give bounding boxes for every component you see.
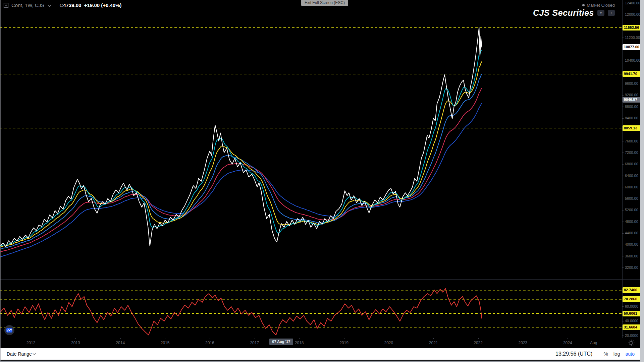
- toolbar-divider: [598, 351, 598, 357]
- time-tick-label: 2012: [26, 341, 36, 345]
- maximize-pane-button[interactable]: ↕: [608, 10, 615, 16]
- price-tick-mark: [622, 245, 624, 245]
- price-tick-label: 9600.00: [625, 81, 638, 85]
- price-tick-mark: [622, 199, 624, 199]
- time-tick-label: 2022: [474, 341, 483, 345]
- time-tick-mark: [523, 338, 523, 339]
- collapse-pane-button[interactable]: ▾: [597, 10, 604, 16]
- ma-line-ma-medium: [0, 62, 482, 247]
- session-clock[interactable]: 13:29:56 (UTC): [555, 351, 592, 357]
- time-tick-label: 2019: [339, 341, 348, 345]
- price-tick-mark: [622, 222, 624, 222]
- price-tick-label: 3600.00: [625, 254, 638, 258]
- price-tick-mark: [622, 153, 624, 153]
- price-tick-label: 11200.00: [625, 36, 640, 40]
- price-level-label: 9941.70: [623, 71, 641, 77]
- oscillator-tick-mark: [622, 306, 624, 307]
- price-tick-label: 5200.00: [625, 208, 638, 212]
- price-tick-label: 6800.00: [625, 162, 638, 166]
- time-tick-mark: [594, 338, 594, 339]
- price-tick-label: 10400.00: [625, 58, 640, 62]
- time-tick-mark: [165, 338, 165, 339]
- price-tick-mark: [622, 15, 624, 15]
- price-tick-label: 6000.00: [625, 185, 638, 189]
- ma-line-ma-slow: [0, 74, 482, 249]
- price-tick-label: 9200.00: [625, 93, 638, 97]
- oscillator-level-label: 31.6604: [623, 324, 641, 330]
- brand-row: CJS Securities ▾ ↕: [533, 8, 615, 18]
- price-tick-mark: [622, 95, 624, 96]
- oscillator-level-label: 50.6061: [623, 311, 641, 316]
- bottom-toolbar: Date Range 13:29:56 (UTC) % log auto: [0, 348, 640, 360]
- price-level-label: 8059.13: [623, 125, 641, 131]
- window-edge-right: [640, 0, 644, 362]
- chart-application: Cont, 1W, CJS C4739.00 +19.00 (+0.40%) E…: [0, 0, 640, 362]
- price-tick-label: 8800.00: [625, 105, 638, 109]
- oscillator-tick-mark: [622, 321, 624, 321]
- symbol-title[interactable]: Cont, 1W, CJS: [11, 2, 44, 8]
- time-axis[interactable]: 2012201320142015201620172018201920202021…: [0, 338, 640, 348]
- pane-separator[interactable]: [0, 279, 640, 280]
- time-tick-mark: [31, 338, 31, 339]
- time-tick-label: 2016: [205, 341, 214, 345]
- time-tick-label: 2018: [295, 341, 304, 345]
- date-range-button[interactable]: Date Range: [7, 351, 36, 357]
- percent-scale-button[interactable]: %: [603, 351, 608, 357]
- price-tick-label: 12000.00: [625, 12, 640, 16]
- chevron-down-icon: [33, 352, 36, 355]
- price-tick-label: 8400.00: [625, 116, 638, 120]
- time-tick-label: 2021: [429, 341, 438, 345]
- price-tick-mark: [622, 176, 624, 176]
- price-tick-mark: [622, 164, 624, 165]
- time-tick-mark: [433, 338, 434, 339]
- time-tick-label: 2013: [71, 341, 80, 345]
- market-status-dot-icon: [582, 4, 585, 6]
- window-edge-left: [0, 0, 1, 362]
- oscillator-level-label: 82.7400: [623, 287, 641, 293]
- time-tick-mark: [478, 338, 479, 339]
- indicator-logo-icon[interactable]: [4, 325, 15, 336]
- oscillator-tick-label: 40.0000: [625, 319, 638, 323]
- time-tick-mark: [344, 338, 344, 339]
- price-tick-mark: [622, 256, 624, 256]
- ma-line-ma-fast: [0, 50, 482, 246]
- market-status: Market Closed: [582, 3, 615, 8]
- time-tick-mark: [389, 338, 389, 339]
- price-level-label: 11553.56: [623, 25, 641, 31]
- price-tick-label: 4800.00: [625, 220, 638, 224]
- price-tick-label: 5600.00: [625, 196, 638, 200]
- price-tick-mark: [622, 84, 624, 84]
- price-tick-mark: [622, 233, 624, 234]
- price-tick-mark: [622, 267, 624, 268]
- chevron-down-icon[interactable]: [48, 4, 51, 7]
- price-level-label: 9046.57: [623, 97, 641, 103]
- time-tick-mark: [568, 338, 568, 339]
- close-line: [0, 27, 482, 247]
- oscillator-level-label: 70.2860: [623, 296, 641, 302]
- time-axis-settings-icon[interactable]: [627, 339, 635, 347]
- price-tick-mark: [622, 61, 624, 61]
- time-tick-mark: [210, 338, 210, 339]
- price-tick-mark: [622, 3, 624, 3]
- price-tick-label: 12400.00: [625, 1, 640, 5]
- exit-fullscreen-tooltip: Exit Full Screen (ESC): [301, 0, 348, 6]
- auto-scale-button[interactable]: auto: [626, 351, 635, 357]
- time-tick-label: 2015: [161, 341, 170, 345]
- oscillator-pane[interactable]: [0, 280, 622, 338]
- price-level-label: 10877.00: [623, 44, 641, 50]
- time-tick-mark: [299, 338, 300, 339]
- price-tick-label: 7200.00: [625, 150, 638, 155]
- oscillator-tick-mark: [622, 336, 624, 336]
- time-tick-label: Aug: [590, 341, 597, 345]
- price-chart-pane[interactable]: [0, 0, 622, 279]
- time-tick-label: 2024: [563, 341, 572, 345]
- brand-title: CJS Securities: [533, 8, 594, 18]
- price-tick-label: 7600.00: [625, 139, 638, 143]
- log-scale-button[interactable]: log: [613, 351, 620, 357]
- price-tick-mark: [622, 38, 624, 38]
- time-tick-label: 2023: [519, 341, 528, 345]
- time-tick-mark: [255, 338, 255, 339]
- change-value: +19.00 (+0.40%): [84, 2, 122, 8]
- price-values: C4739.00 +19.00 (+0.40%): [59, 2, 121, 8]
- add-symbol-icon[interactable]: [3, 3, 9, 8]
